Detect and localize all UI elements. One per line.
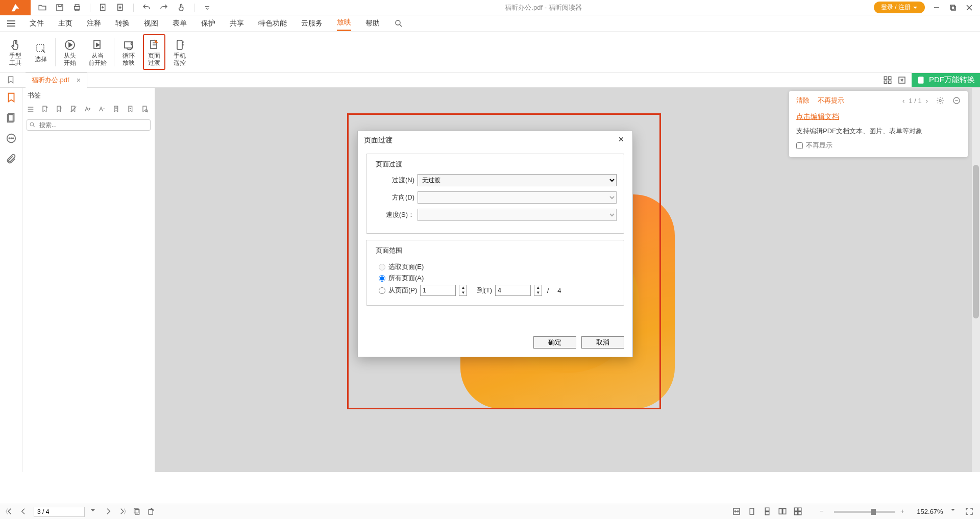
page-export-icon[interactable] bbox=[116, 3, 125, 12]
to-page-input[interactable] bbox=[495, 285, 531, 296]
menu-file[interactable]: 文件 bbox=[30, 16, 44, 31]
first-page-icon[interactable] bbox=[5, 507, 14, 516]
loop-play-button[interactable]: 循环 放映 bbox=[117, 34, 140, 70]
zoom-in-icon[interactable]: + bbox=[900, 507, 910, 516]
minimize-button[interactable] bbox=[932, 3, 941, 12]
page-add-icon[interactable] bbox=[99, 3, 108, 12]
search-icon[interactable] bbox=[394, 19, 403, 28]
no-remind-link[interactable]: 不再提示 bbox=[818, 96, 844, 105]
from-page-input[interactable] bbox=[420, 285, 456, 296]
transition-select[interactable]: 无过渡 bbox=[418, 174, 617, 186]
speed-label: 速度(S)： bbox=[374, 210, 414, 219]
dont-show-checkbox[interactable]: 不再显示 bbox=[796, 141, 961, 150]
page-input[interactable] bbox=[34, 507, 85, 517]
facing-continuous-icon[interactable] bbox=[793, 507, 803, 517]
radio-selected-pages bbox=[379, 264, 385, 270]
svg-rect-36 bbox=[765, 508, 769, 511]
facing-icon[interactable] bbox=[778, 507, 788, 517]
from-spinner[interactable]: ▲▼ bbox=[459, 285, 467, 296]
fit-width-icon[interactable] bbox=[732, 507, 742, 517]
tab-close-icon[interactable]: × bbox=[77, 76, 81, 84]
zoom-value: 152.67% bbox=[915, 508, 945, 515]
menu-cloud[interactable]: 云服务 bbox=[301, 16, 323, 31]
svg-rect-31 bbox=[135, 509, 139, 514]
continuous-icon[interactable] bbox=[763, 507, 773, 517]
menu-project[interactable]: 放映 bbox=[337, 15, 351, 31]
bm-outline-icon[interactable] bbox=[27, 105, 36, 114]
ok-button[interactable]: 确定 bbox=[533, 336, 576, 349]
bm-delete-icon[interactable] bbox=[69, 105, 79, 114]
qat-dropdown-icon[interactable] bbox=[203, 3, 212, 12]
select-tool-button[interactable]: 选择 bbox=[30, 34, 52, 70]
radio-all-pages[interactable] bbox=[379, 275, 385, 282]
zoom-out-icon[interactable]: − bbox=[820, 507, 829, 516]
menu-help[interactable]: 帮助 bbox=[365, 16, 380, 31]
attachments-panel-icon[interactable] bbox=[6, 153, 17, 164]
save-icon[interactable] bbox=[55, 3, 64, 12]
menu-form[interactable]: 表单 bbox=[173, 16, 187, 31]
last-page-icon[interactable] bbox=[118, 507, 128, 516]
login-button[interactable]: 登录 / 注册 bbox=[874, 2, 925, 13]
fullscreen-icon[interactable] bbox=[965, 507, 975, 517]
menu-home[interactable]: 主页 bbox=[58, 16, 72, 31]
prev-page-icon[interactable] bbox=[19, 507, 29, 516]
menu-feature[interactable]: 特色功能 bbox=[258, 16, 287, 31]
hamburger-icon[interactable] bbox=[7, 20, 15, 27]
touch-icon[interactable] bbox=[177, 3, 186, 12]
maximize-button[interactable] bbox=[948, 3, 958, 12]
bm-expand-icon[interactable] bbox=[127, 105, 136, 114]
menu-protect[interactable]: 保护 bbox=[201, 16, 215, 31]
open-icon[interactable] bbox=[38, 3, 47, 12]
menu-convert[interactable]: 转换 bbox=[115, 16, 130, 31]
thumbnail-view-icon[interactable] bbox=[883, 76, 892, 85]
bm-font-dec-icon[interactable] bbox=[98, 105, 107, 114]
redo-icon[interactable] bbox=[159, 3, 168, 12]
range-group: 页面范围 选取页面(E) 所有页面(A) 从页面(P) ▲▼ 到(T) ▲▼ /… bbox=[366, 240, 624, 306]
menu-view[interactable]: 视图 bbox=[144, 16, 158, 31]
zoom-slider[interactable] bbox=[834, 511, 895, 513]
bookmark-search-input[interactable] bbox=[27, 119, 151, 131]
phone-remote-button[interactable]: 手机 遥控 bbox=[168, 34, 191, 70]
start-from-current-button[interactable]: 从当 前开始 bbox=[84, 34, 111, 70]
clear-link[interactable]: 清除 bbox=[796, 96, 810, 105]
speed-select[interactable] bbox=[418, 209, 617, 221]
tab-marker-icon[interactable] bbox=[6, 76, 15, 85]
page-dropdown-icon[interactable] bbox=[90, 507, 99, 516]
to-spinner[interactable]: ▲▼ bbox=[534, 285, 542, 296]
pager-prev-icon[interactable]: ‹ bbox=[902, 97, 904, 105]
radio-from-page[interactable] bbox=[379, 287, 385, 294]
card-minimize-icon[interactable] bbox=[952, 96, 961, 105]
undo-icon[interactable] bbox=[142, 3, 151, 12]
hand-tool-button[interactable]: 手型 工具 bbox=[4, 34, 27, 70]
dialog-close-icon[interactable]: ✕ bbox=[616, 135, 626, 145]
bm-find-icon[interactable] bbox=[141, 105, 150, 114]
menu-share[interactable]: 共享 bbox=[230, 16, 244, 31]
bm-cut-icon[interactable] bbox=[55, 105, 64, 114]
pages-panel-icon[interactable] bbox=[6, 112, 17, 123]
close-button[interactable] bbox=[965, 3, 974, 12]
copy-icon[interactable] bbox=[133, 507, 142, 516]
edit-doc-link[interactable]: 点击编辑文档 bbox=[796, 112, 961, 121]
pdf-convert-badge[interactable]: PDF万能转换 bbox=[912, 73, 980, 87]
comments-panel-icon[interactable] bbox=[6, 133, 17, 144]
print-icon[interactable] bbox=[72, 3, 82, 12]
bm-font-inc-icon[interactable] bbox=[84, 105, 93, 114]
bm-add-icon[interactable] bbox=[41, 105, 50, 114]
next-page-icon[interactable] bbox=[104, 507, 113, 516]
vertical-scrollbar[interactable] bbox=[972, 88, 980, 472]
pager-next-icon[interactable]: › bbox=[926, 97, 928, 105]
start-from-begin-button[interactable]: 从头 开始 bbox=[59, 34, 81, 70]
page-transition-button[interactable]: 页面 过渡 bbox=[143, 34, 165, 70]
cancel-button[interactable]: 取消 bbox=[581, 336, 624, 349]
expand-icon[interactable] bbox=[897, 76, 906, 85]
svg-rect-42 bbox=[794, 511, 797, 514]
rotate-icon[interactable] bbox=[147, 507, 156, 516]
direction-select[interactable] bbox=[418, 191, 617, 204]
bm-collapse-icon[interactable] bbox=[112, 105, 121, 114]
bookmark-panel-icon[interactable] bbox=[6, 92, 17, 103]
document-tab[interactable]: 福昕办公.pdf × bbox=[26, 72, 87, 88]
zoom-dropdown-icon[interactable] bbox=[950, 507, 960, 516]
menu-annot[interactable]: 注释 bbox=[87, 16, 101, 31]
single-page-icon[interactable] bbox=[747, 507, 757, 517]
gear-icon[interactable] bbox=[936, 96, 944, 105]
